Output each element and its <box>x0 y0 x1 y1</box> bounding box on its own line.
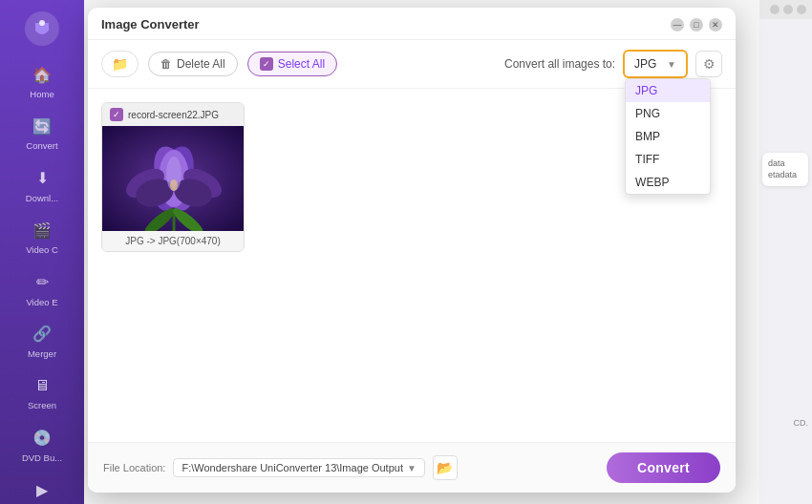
window-controls: — □ ✕ <box>671 18 722 32</box>
download-icon: ⬇ <box>31 167 53 190</box>
minimize-button[interactable]: — <box>671 18 684 32</box>
delete-all-button[interactable]: 🗑 Delete All <box>148 52 238 76</box>
home-icon: 🏠 <box>31 63 53 86</box>
convert-all-label: Convert all images to: <box>504 57 615 71</box>
format-option-bmp[interactable]: BMP <box>626 125 710 148</box>
add-files-button[interactable]: 📁 <box>101 51 139 77</box>
file-path-text: F:\Wondershare UniConverter 13\Image Out… <box>182 462 403 473</box>
output-settings-button[interactable]: ⚙ <box>695 51 722 77</box>
svg-point-1 <box>39 20 45 26</box>
sidebar-item-convert[interactable]: 🔄 Convert <box>0 107 84 158</box>
sidebar-label-home: Home <box>30 89 53 99</box>
image-converter-modal: Image Converter — □ ✕ 📁 🗑 Delete All <box>88 8 736 493</box>
folder-icon: 📂 <box>437 460 453 475</box>
right-background: data etadata CD. <box>759 0 812 504</box>
format-option-webp[interactable]: WEBP <box>626 171 710 194</box>
format-select-wrapper[interactable]: JPG ▼ JPG PNG BMP TIFF WEBP <box>623 50 688 78</box>
sidebar-label-screen: Screen <box>28 400 56 410</box>
convert-button[interactable]: Convert <box>607 452 720 483</box>
merger-icon: 🔗 <box>31 323 53 346</box>
select-all-label: Select All <box>278 57 325 71</box>
right-panel-card: data etadata <box>762 153 808 186</box>
select-check-icon: ✓ <box>260 57 273 71</box>
select-all-button[interactable]: ✓ Select All <box>247 52 337 76</box>
maximize-button[interactable]: □ <box>690 18 703 32</box>
maximize-dot <box>783 5 793 14</box>
format-dropdown-list: JPG PNG BMP TIFF WEBP <box>625 78 711 195</box>
app-logo <box>23 10 61 48</box>
format-option-tiff[interactable]: TIFF <box>626 148 710 171</box>
dropdown-arrow-icon: ▼ <box>667 59 676 70</box>
sidebar-label-convert: Convert <box>26 140 57 151</box>
delete-icon: 🗑 <box>160 57 172 71</box>
videoe-icon: ✏ <box>31 271 53 294</box>
right-panel-text1: data <box>768 158 802 170</box>
file-location-label: File Location: <box>103 462 165 473</box>
image-card-header: ✓ record-screen22.JPG <box>102 103 244 126</box>
format-option-png[interactable]: PNG <box>626 102 710 125</box>
toolbar-left: 📁 🗑 Delete All ✓ Select All <box>101 51 337 77</box>
dvd-icon: 💿 <box>31 427 53 450</box>
player-icon: ▶ <box>31 478 53 501</box>
right-panel-text3: CD. <box>794 418 809 428</box>
convert-icon: 🔄 <box>31 115 53 137</box>
image-filename: record-screen22.JPG <box>128 110 219 120</box>
sidebar-label-download: Downl... <box>26 193 58 203</box>
sidebar-item-videoc[interactable]: 🎬 Video C <box>0 211 84 262</box>
sidebar-label-videoc: Video C <box>26 244 58 255</box>
videoc-icon: 🎬 <box>31 219 53 242</box>
image-card: ✓ record-screen22.JPG <box>101 102 245 252</box>
image-preview <box>102 126 245 231</box>
screen-icon: 🖥 <box>31 374 53 397</box>
format-select-display[interactable]: JPG ▼ <box>629 55 682 73</box>
image-format-label: JPG -> JPG(700×470) <box>102 231 244 251</box>
delete-all-label: Delete All <box>177 57 225 71</box>
add-icon: 📁 <box>112 56 128 72</box>
minimize-dot <box>770 5 780 14</box>
path-dropdown-arrow[interactable]: ▼ <box>407 463 417 473</box>
svg-point-15 <box>170 179 178 191</box>
sidebar-item-player[interactable]: ▶ Player <box>0 471 84 504</box>
modal-footer: File Location: F:\Wondershare UniConvert… <box>88 442 736 493</box>
close-dot <box>797 5 806 14</box>
browse-folder-button[interactable]: 📂 <box>433 455 458 480</box>
sidebar-item-videoe[interactable]: ✏ Video E <box>0 263 84 315</box>
modal-titlebar: Image Converter — □ ✕ <box>88 8 736 40</box>
sidebar-item-merger[interactable]: 🔗 Merger <box>0 315 84 367</box>
file-location-path: F:\Wondershare UniConverter 13\Image Out… <box>173 458 424 477</box>
sidebar-label-videoe: Video E <box>26 297 57 307</box>
modal-title: Image Converter <box>101 17 200 32</box>
format-option-jpg[interactable]: JPG <box>626 79 710 102</box>
file-location-area: File Location: F:\Wondershare UniConvert… <box>103 455 458 480</box>
sidebar-item-home[interactable]: 🏠 Home <box>0 55 84 107</box>
app-background: 🏠 Home 🔄 Convert ⬇ Downl... 🎬 Video C ✏ … <box>0 0 812 504</box>
selected-format-text: JPG <box>634 57 663 71</box>
sidebar: 🏠 Home 🔄 Convert ⬇ Downl... 🎬 Video C ✏ … <box>0 0 84 504</box>
sidebar-label-dvd: DVD Bu... <box>22 452 62 463</box>
right-panel-text2: etadata <box>768 170 802 181</box>
gear-icon: ⚙ <box>703 56 716 72</box>
toolbar-right: Convert all images to: JPG ▼ JPG PNG BMP… <box>504 50 722 78</box>
sidebar-label-merger: Merger <box>28 348 56 359</box>
sidebar-item-dvd[interactable]: 💿 DVD Bu... <box>0 419 84 471</box>
app-titlebar <box>759 0 812 19</box>
close-button[interactable]: ✕ <box>709 18 722 32</box>
sidebar-item-download[interactable]: ⬇ Downl... <box>0 159 84 211</box>
modal-toolbar: 📁 🗑 Delete All ✓ Select All Convert all … <box>88 40 736 89</box>
image-checkbox[interactable]: ✓ <box>110 108 123 121</box>
sidebar-item-screen[interactable]: 🖥 Screen <box>0 367 84 418</box>
